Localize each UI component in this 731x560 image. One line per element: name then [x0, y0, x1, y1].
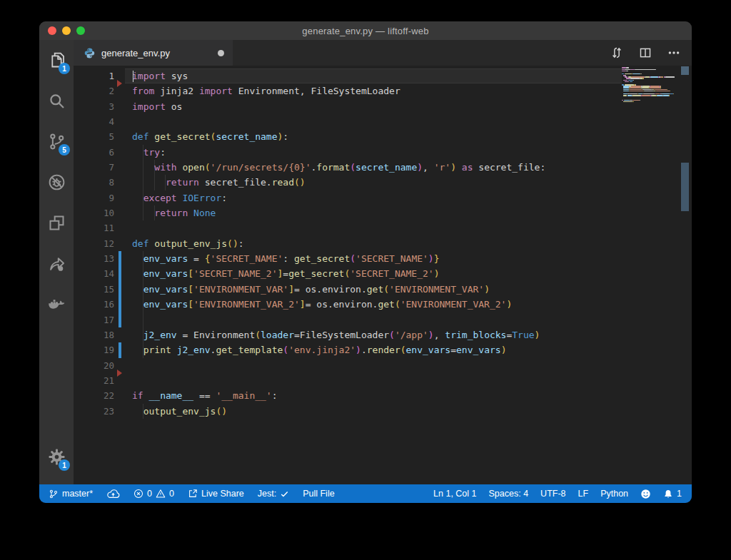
status-item-feedback[interactable]: [640, 489, 651, 499]
line-number: 1: [109, 68, 114, 83]
code-line[interactable]: 15 env_vars['ENVIRONMENT_VAR']= os.envir…: [74, 282, 622, 297]
activity-badge: 1: [59, 459, 70, 471]
activity-bar-item-search[interactable]: [39, 81, 74, 121]
zoom-window-button[interactable]: [76, 26, 85, 35]
status-item-language-mode[interactable]: Python: [600, 489, 628, 499]
code-text: env_vars['ENVIRONMENT_VAR']= os.environ.…: [132, 282, 622, 297]
gutter: 5: [74, 129, 132, 144]
close-window-button[interactable]: [48, 26, 56, 35]
status-item-pull-file[interactable]: Pull File: [303, 489, 334, 499]
code-line[interactable]: 17: [74, 312, 622, 327]
indent-guide: [143, 205, 143, 220]
line-number: 2: [109, 83, 114, 98]
code-line[interactable]: 1import sys: [74, 68, 622, 83]
status-item-indentation[interactable]: Spaces: 4: [489, 489, 529, 499]
code-token: [132, 253, 143, 264]
code-line[interactable]: 23 output_env_js(): [74, 404, 622, 419]
code-line[interactable]: 3import os: [74, 99, 622, 114]
gutter: 7: [74, 160, 132, 175]
code-line[interactable]: 21: [74, 373, 622, 388]
status-text: Python: [600, 489, 628, 499]
code-text: [132, 358, 622, 373]
code-token: '__main__': [216, 390, 271, 401]
title-bar[interactable]: generate_env.py — liftoff-web: [39, 21, 692, 40]
indent-guide: [154, 205, 155, 220]
minimap[interactable]: [622, 67, 678, 103]
code-token: 'r': [434, 162, 450, 173]
status-item-notifications[interactable]: 1: [663, 489, 682, 499]
gutter: 4: [74, 114, 132, 129]
activity-bar-item-live-share[interactable]: [39, 243, 74, 284]
code-line[interactable]: 4: [74, 114, 622, 129]
debug-icon: [47, 173, 66, 192]
tab-generate-env-py[interactable]: generate_env.py: [74, 40, 233, 66]
code-text: [132, 114, 622, 129]
more-actions-icon[interactable]: [667, 46, 680, 59]
overview-ruler[interactable]: [681, 66, 689, 484]
code-token: if: [132, 390, 143, 401]
line-number: 6: [109, 145, 114, 160]
activity-bar-item-explorer[interactable]: 1: [39, 40, 74, 81]
code-token: 'ENVIRONMENT_VAR_2': [193, 299, 300, 310]
split-editor-icon[interactable]: [639, 46, 652, 59]
code-line[interactable]: 13 env_vars = {'SECRET_NAME': get_secret…: [74, 251, 622, 266]
activity-bar-item-settings[interactable]: 1: [39, 437, 74, 477]
code-token: ): [484, 284, 490, 295]
line-number: 17: [104, 312, 114, 327]
code-editor[interactable]: 1import sys2from jinja2 import Environme…: [74, 66, 692, 484]
status-text: LF: [578, 489, 589, 499]
line-number: 23: [104, 404, 114, 419]
code-line[interactable]: 16 env_vars['ENVIRONMENT_VAR_2']= os.env…: [74, 297, 622, 312]
code-line[interactable]: 10 return None: [74, 205, 622, 220]
code-text: [132, 312, 622, 327]
status-item-encoding[interactable]: UTF-8: [540, 489, 565, 499]
status-item-publish-changes[interactable]: [106, 489, 120, 499]
status-item-cursor-position[interactable]: Ln 1, Col 1: [433, 489, 476, 499]
activity-bar-item-docker[interactable]: [39, 284, 74, 325]
code-line[interactable]: 8 return secret_file.read(): [74, 175, 622, 190]
code-line[interactable]: 5def get_secret(secret_name):: [74, 129, 622, 144]
status-item-branch-indicator[interactable]: master*: [49, 489, 93, 499]
activity-bar-item-source-control[interactable]: 5: [39, 121, 74, 162]
activity-bar-item-debug[interactable]: [39, 162, 74, 203]
line-number: 5: [109, 129, 114, 144]
code-line[interactable]: 2from jinja2 import Environment, FileSys…: [74, 83, 622, 98]
code-token: None: [193, 208, 216, 218]
docker-icon: [47, 295, 66, 314]
code-token: [132, 284, 143, 295]
code-line[interactable]: 7 with open('/run/secrets/{0}'.format(se…: [74, 160, 622, 175]
code-text: def output_env_js():: [132, 236, 622, 251]
code-token: [132, 193, 143, 203]
code-token: read: [272, 177, 294, 188]
code-line[interactable]: 11: [74, 220, 622, 235]
status-item-live-share[interactable]: Live Share: [188, 489, 244, 499]
modified-indicator-dot[interactable]: [218, 50, 224, 56]
activity-bar-item-extensions[interactable]: [39, 203, 74, 243]
code-line[interactable]: 12def output_env_js():: [74, 236, 622, 251]
status-item-eol-sequence[interactable]: LF: [578, 489, 589, 499]
code-line[interactable]: 19 print j2_env.get_template('env.jinja2…: [74, 342, 622, 357]
code-line[interactable]: 6 try:: [74, 145, 622, 160]
indent-guide: [143, 327, 143, 342]
code-text: return secret_file.read(): [132, 175, 622, 190]
status-item-jest-status[interactable]: Jest:: [258, 489, 289, 499]
code-token: def: [132, 131, 148, 142]
git-deleted-indicator: [117, 80, 122, 87]
compare-changes-icon[interactable]: [610, 46, 623, 59]
code-line[interactable]: 18 j2_env = Environment(loader=FileSyste…: [74, 327, 622, 342]
code-line[interactable]: 9 except IOError:: [74, 190, 622, 205]
extensions-icon: [47, 213, 66, 233]
code-token: j2_env: [143, 330, 177, 340]
window-title: generate_env.py — liftoff-web: [39, 26, 692, 36]
code-line[interactable]: 20: [74, 358, 622, 373]
status-item-problems[interactable]: 00: [133, 489, 174, 499]
code-token: output_env_js: [154, 238, 227, 249]
code-line[interactable]: 22if __name__ == '__main__':: [74, 388, 622, 403]
code-token: '/run/secrets/{0}': [211, 162, 311, 173]
status-bar: master*00Live ShareJest:Pull File Ln 1, …: [39, 484, 692, 503]
minimize-window-button[interactable]: [62, 26, 71, 35]
gutter: 2: [74, 83, 132, 98]
code-token: (: [283, 345, 288, 355]
code-token: 'ENVIRONMENT_VAR': [389, 284, 484, 295]
code-line[interactable]: 14 env_vars['SECRET_NAME_2']=get_secret(…: [74, 266, 622, 281]
